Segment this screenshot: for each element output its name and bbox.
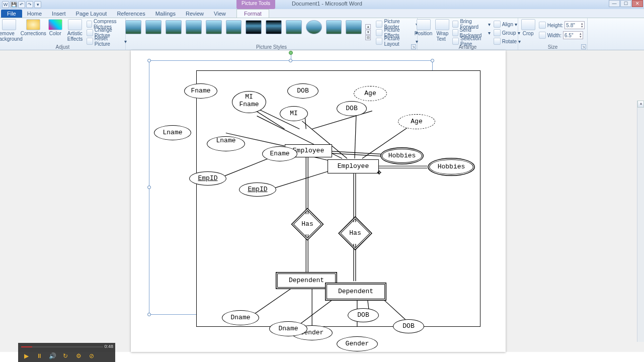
er-diagram: Fname MIFname DOB Age Lname Lname Hobbie… xyxy=(196,70,480,327)
tab-format[interactable]: Format xyxy=(236,9,269,18)
er-attr-dep-dob: DOB xyxy=(393,320,424,333)
er-attr-gender: Gender xyxy=(337,337,377,351)
color-button[interactable]: Color xyxy=(47,19,63,45)
styles-scroll-up[interactable]: ▴ xyxy=(365,24,371,29)
resize-handle[interactable] xyxy=(289,59,292,62)
close-button[interactable]: ✕ xyxy=(632,0,643,7)
volume-button[interactable]: 🔊 xyxy=(48,352,56,360)
group-picture-styles: ▴ ▾ ⊟ Picture Border▾ Picture Effects▾ P… xyxy=(126,18,418,50)
group-label-size: Size xyxy=(518,44,587,50)
tab-file[interactable]: File xyxy=(1,10,22,18)
picture-style-preset[interactable] xyxy=(186,20,202,34)
group-label-arrange: Arrange xyxy=(418,44,518,50)
er-attr-mi: MI xyxy=(280,107,307,121)
resize-handle[interactable] xyxy=(147,59,151,62)
er-attr-ename-lname-ghost: Lname xyxy=(207,136,245,151)
rotation-handle[interactable] xyxy=(289,51,293,55)
qat-more-icon[interactable]: ▾ xyxy=(34,1,41,8)
width-field[interactable]: Width:6.5"▴▾ xyxy=(539,31,585,39)
video-time: 0:48 xyxy=(104,344,113,349)
er-attr-age-ghost: Age xyxy=(354,86,386,101)
er-attr-dep-dob-ghost: DOB xyxy=(348,309,378,322)
group-size: Crop Height:5.8"▴▾ Width:6.5"▴▾ Size ↘ xyxy=(518,18,588,50)
video-progress-track[interactable]: 0:48 xyxy=(18,343,115,351)
move-cursor-icon: ✥ xyxy=(377,169,381,176)
tab-insert[interactable]: Insert xyxy=(47,10,71,18)
crop-button[interactable]: Crop xyxy=(521,19,536,39)
close-player-button[interactable]: ⊘ xyxy=(88,352,96,360)
width-icon xyxy=(539,32,546,39)
undo-icon[interactable]: ↶ xyxy=(18,1,25,8)
align-button[interactable]: Align▾ xyxy=(494,20,521,28)
tab-review[interactable]: Review xyxy=(181,10,209,18)
play-button[interactable]: ▶ xyxy=(22,352,30,360)
er-attr-empid-ghost: EmpID xyxy=(190,172,226,185)
window-buttons: — ☐ ✕ xyxy=(608,0,643,7)
er-attr-dname-ghost: Dname xyxy=(222,311,259,325)
styles-scroll-down[interactable]: ▾ xyxy=(365,30,371,35)
er-attr-ename: Ename xyxy=(263,147,297,161)
picture-style-preset[interactable] xyxy=(346,20,362,34)
tab-view[interactable]: View xyxy=(209,10,231,18)
picture-style-preset[interactable] xyxy=(166,20,182,34)
group-adjust: Remove Background Corrections Color Arti… xyxy=(0,18,126,50)
minimize-button[interactable]: — xyxy=(609,0,620,7)
tab-page-layout[interactable]: Page Layout xyxy=(71,10,112,18)
document-area: Fname MIFname DOB Age Lname Lname Hobbie… xyxy=(0,50,644,352)
tab-mailings[interactable]: Mailings xyxy=(150,10,181,18)
styles-more[interactable]: ⊟ xyxy=(365,35,371,40)
height-field[interactable]: Height:5.8"▴▾ xyxy=(539,21,585,29)
er-attr-dob: DOB xyxy=(337,102,366,116)
size-dialog-launcher[interactable]: ↘ xyxy=(581,44,586,49)
er-attr-lname-ghost: Lname xyxy=(154,126,191,140)
save-icon[interactable]: 💾 xyxy=(10,1,17,8)
tab-home[interactable]: Home xyxy=(22,10,47,18)
corrections-button[interactable]: Corrections xyxy=(23,19,44,45)
group-arrange: Position Wrap Text Bring Forward▾ Send B… xyxy=(418,18,518,50)
window-title: Document1 - Microsoft Word xyxy=(292,1,362,7)
er-attr-age: Age xyxy=(398,115,435,129)
ribbon-tabs: File Home Insert Page Layout References … xyxy=(0,9,644,18)
er-attr-dob-ghost: DOB xyxy=(288,84,318,98)
remove-background-button[interactable]: Remove Background xyxy=(0,19,20,45)
er-attr-fname-ghost: Fname xyxy=(185,84,217,98)
picture-style-preset[interactable] xyxy=(266,20,282,34)
er-attr-mi-fname-ghost: MIFname xyxy=(232,91,266,113)
position-button[interactable]: Position xyxy=(415,19,433,45)
pause-button[interactable]: ⏸ xyxy=(35,352,43,360)
picture-style-preset[interactable] xyxy=(226,20,242,34)
er-entity-employee: Employee xyxy=(328,160,378,173)
vertical-scrollbar[interactable]: ▴ xyxy=(637,101,644,342)
picture-style-preset[interactable] xyxy=(306,20,322,34)
word-icon: W xyxy=(2,1,9,8)
resize-handle[interactable] xyxy=(147,186,151,189)
loop-button[interactable]: ↻ xyxy=(61,352,69,360)
picture-style-preset[interactable] xyxy=(246,20,262,34)
picture-style-preset[interactable] xyxy=(125,20,141,34)
er-entity-dependent: Dependent xyxy=(327,285,384,299)
wrap-text-button[interactable]: Wrap Text xyxy=(435,19,449,45)
picture-style-preset[interactable] xyxy=(326,20,342,34)
video-player-overlay: 0:48 ▶ ⏸ 🔊 ↻ ⚙ ⊘ xyxy=(18,343,115,362)
er-attr-dname: Dname xyxy=(270,322,307,336)
picture-style-preset[interactable] xyxy=(206,20,222,34)
er-rel-has-ghost: Has xyxy=(297,214,317,234)
redo-icon[interactable]: ↷ xyxy=(26,1,33,8)
maximize-button[interactable]: ☐ xyxy=(620,0,631,7)
tab-references[interactable]: References xyxy=(112,10,150,18)
titlebar: W 💾 ↶ ↷ ▾ Picture Tools Document1 - Micr… xyxy=(0,0,644,9)
er-rel-has: Has xyxy=(345,223,366,244)
resize-handle[interactable] xyxy=(147,313,151,316)
svg-line-9 xyxy=(355,116,356,159)
ribbon: Remove Background Corrections Color Arti… xyxy=(0,18,644,50)
scroll-up-button[interactable]: ▴ xyxy=(637,101,644,108)
picture-style-preset[interactable] xyxy=(145,20,162,34)
group-label-adjust: Adjust xyxy=(0,44,125,50)
picture-style-preset[interactable] xyxy=(286,20,302,34)
group-label-styles: Picture Styles xyxy=(126,44,417,50)
resize-handle[interactable] xyxy=(431,59,434,62)
group-button[interactable]: Group▾ xyxy=(494,29,521,37)
quick-access-toolbar: W 💾 ↶ ↷ ▾ xyxy=(0,1,41,8)
artistic-effects-button[interactable]: Artistic Effects xyxy=(66,19,83,45)
settings-button[interactable]: ⚙ xyxy=(74,352,83,360)
